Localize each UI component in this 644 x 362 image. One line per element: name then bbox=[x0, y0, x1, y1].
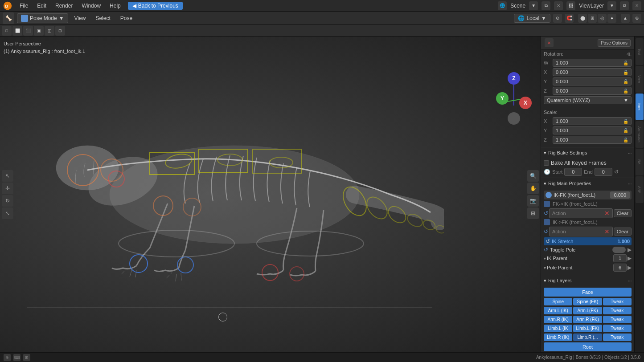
bake-refresh-icon[interactable]: ↺ bbox=[614, 169, 619, 175]
hand-tool-btn[interactable]: ✋ bbox=[527, 183, 539, 194]
select-tool-btn[interactable]: ↖ bbox=[2, 170, 13, 182]
scale-y-lock-icon[interactable]: 🔓 bbox=[623, 128, 628, 133]
arm-l-ik-button[interactable]: Arm.L (IK) bbox=[544, 307, 572, 314]
rot-z-lock-icon[interactable]: 🔓 bbox=[623, 89, 628, 94]
transform-selector[interactable]: 🌐 Local ▼ bbox=[514, 14, 550, 23]
select-menu[interactable]: Select bbox=[92, 14, 114, 22]
ik-fk2-clear-button[interactable]: Clear bbox=[614, 228, 632, 236]
rot-x-field[interactable]: 0.000 🔓 bbox=[553, 68, 632, 76]
gizmo-persp[interactable] bbox=[508, 112, 520, 125]
gizmo-y-axis[interactable]: Y bbox=[496, 92, 509, 105]
rotation-type-select[interactable]: Quaternion (WXYZ) ▼ bbox=[544, 96, 632, 104]
rot-y-lock-icon[interactable]: 🔓 bbox=[623, 79, 628, 84]
bake-all-checkbox[interactable] bbox=[544, 160, 549, 166]
rig-main-options-icon[interactable]: ··· bbox=[628, 180, 632, 187]
tab-animation[interactable]: Animation bbox=[636, 121, 644, 148]
pivot-btn[interactable]: ⊙ bbox=[553, 14, 562, 23]
tab-arp[interactable]: ARP bbox=[636, 176, 644, 203]
scene-copy-icon[interactable]: ⧉ bbox=[541, 1, 550, 10]
view-menu[interactable]: View bbox=[71, 14, 90, 22]
tab-ra[interactable]: RA bbox=[636, 149, 644, 175]
scene-arrow-icon[interactable]: ▼ bbox=[529, 1, 538, 10]
rot-w-field[interactable]: 1.000 🔓 bbox=[553, 59, 632, 67]
shading-rendered-btn[interactable]: ◎ bbox=[598, 14, 607, 23]
rig-main-section-header[interactable]: ▾ Rig Main Properties ··· bbox=[541, 178, 634, 189]
arm-r-fk-button[interactable]: Arm.R (FK) bbox=[573, 316, 602, 323]
menu-edit[interactable]: Edit bbox=[33, 2, 50, 10]
fk-ik-clear-x-icon[interactable]: ✕ bbox=[604, 210, 610, 217]
rig-bake-section-header[interactable]: ▾ Rig Bake Settings ··· bbox=[541, 147, 634, 158]
rot-y-field[interactable]: 0.000 🔓 bbox=[553, 77, 632, 85]
shading-eevee-btn[interactable]: ● bbox=[607, 14, 616, 23]
viewlayer-icon[interactable]: 🖼 bbox=[566, 1, 575, 10]
menu-window[interactable]: Window bbox=[78, 2, 104, 10]
pole-parent-icon[interactable]: ▶ bbox=[628, 264, 632, 271]
rotate-tool-btn[interactable]: ↻ bbox=[2, 195, 13, 207]
ik-stretch-value[interactable]: 1.000 bbox=[617, 239, 630, 244]
spine-layer-button[interactable]: Spine bbox=[544, 298, 572, 305]
viewport-gizmo[interactable]: Z Y X bbox=[496, 72, 532, 143]
viewport-overlay-btn[interactable]: ▲ bbox=[621, 14, 630, 23]
ik-fk2-action-field[interactable]: Action ✕ bbox=[549, 227, 613, 236]
object-icon[interactable]: 🦴 bbox=[3, 12, 14, 24]
search-tool-btn[interactable]: 🔍 bbox=[527, 170, 539, 182]
select-box-icon[interactable]: □ bbox=[2, 26, 12, 36]
grid-tool-btn[interactable]: ⊞ bbox=[527, 207, 539, 219]
scale-z-field[interactable]: 1.000 🔓 bbox=[553, 136, 632, 144]
ik-fk-value[interactable]: 0.000 bbox=[610, 191, 630, 199]
back-to-previous-button[interactable]: ◀ Back to Previous bbox=[128, 2, 183, 10]
pose-options-button[interactable]: Pose Options bbox=[598, 39, 631, 47]
rot-w-lock-icon[interactable]: 🔓 bbox=[623, 61, 628, 65]
scene-x-icon[interactable]: ✕ bbox=[554, 1, 563, 10]
tweak2-layer-button[interactable]: Tweak bbox=[603, 307, 632, 314]
ik-parent-icon[interactable]: ▶ bbox=[628, 255, 632, 261]
menu-help[interactable]: Help bbox=[106, 2, 124, 10]
toolbar-icon3[interactable]: ⬛ bbox=[23, 26, 33, 36]
scale-x-lock-icon[interactable]: 🔓 bbox=[623, 119, 628, 124]
rig-layers-options-icon[interactable]: ··· bbox=[628, 277, 632, 284]
tab-item[interactable]: Item bbox=[636, 94, 644, 120]
toolbar-icon4[interactable]: ▣ bbox=[34, 26, 44, 36]
gizmo-x-axis[interactable]: X bbox=[519, 97, 532, 109]
root-layer-button[interactable]: Root bbox=[544, 342, 632, 351]
rot-z-field[interactable]: 0.000 🔓 bbox=[553, 87, 632, 95]
arm-r-ik-button[interactable]: Arm.R (IK) bbox=[544, 316, 572, 323]
scale-z-lock-icon[interactable]: 🔓 bbox=[623, 138, 628, 142]
end-field[interactable]: 0 bbox=[595, 168, 612, 176]
move-tool-btn[interactable]: ✛ bbox=[2, 183, 13, 194]
shading-wire-btn[interactable]: ⊞ bbox=[588, 14, 597, 23]
scale-x-field[interactable]: 1.000 🔓 bbox=[553, 117, 632, 125]
panel-close-icon[interactable]: ✕ bbox=[545, 38, 554, 47]
tweak3-layer-button[interactable]: Tweak bbox=[603, 316, 632, 323]
tab-tool[interactable]: Tool bbox=[636, 38, 644, 65]
rig-bake-options-icon[interactable]: ··· bbox=[628, 149, 632, 156]
rig-layers-section-header[interactable]: ▾ Rig Layers ··· bbox=[541, 275, 634, 286]
toolbar-icon5[interactable]: ◫ bbox=[45, 26, 54, 36]
ik-fk2-clear-x-icon[interactable]: ✕ bbox=[604, 228, 610, 235]
arm-l-fk-button[interactable]: Arm.L(FK) bbox=[573, 307, 602, 314]
menu-file[interactable]: File bbox=[16, 2, 32, 10]
spine-fk-layer-button[interactable]: Spine (FK) bbox=[573, 298, 602, 305]
fk-ik-action-field[interactable]: Action ✕ bbox=[549, 208, 613, 218]
limb-r-fk-button[interactable]: Limb.R (... bbox=[573, 334, 602, 341]
scene-icon[interactable]: 🌐 bbox=[498, 1, 507, 10]
start-field[interactable]: 0 bbox=[564, 168, 582, 176]
snapping-btn[interactable]: 🧲 bbox=[565, 14, 574, 23]
gizmo-btn[interactable]: ⊕ bbox=[632, 14, 641, 23]
shading-solid-btn[interactable]: ⬤ bbox=[578, 14, 587, 23]
rot-x-lock-icon[interactable]: 🔓 bbox=[623, 70, 628, 75]
camera-tool-btn[interactable]: 📷 bbox=[527, 195, 539, 207]
viewport[interactable]: User Perspective (1) Ankylosaurus_Rig : … bbox=[0, 37, 541, 352]
fk-ik-clear-button[interactable]: Clear bbox=[614, 209, 632, 217]
limb-r-ik-button[interactable]: Limb.R (IK) bbox=[544, 334, 572, 341]
menu-render[interactable]: Render bbox=[52, 2, 76, 10]
viewlayer-x-icon[interactable]: ✕ bbox=[632, 1, 641, 10]
face-layer-button[interactable]: Face bbox=[544, 288, 632, 297]
toolbar-icon6[interactable]: ⊡ bbox=[55, 26, 65, 36]
tweak4-layer-button[interactable]: Tweak bbox=[603, 325, 632, 332]
viewlayer-arrow-icon[interactable]: ▼ bbox=[607, 1, 616, 10]
toggle-pole-arrow-icon[interactable]: ▶ bbox=[628, 247, 632, 253]
limb-l-fk-button[interactable]: Limb.L (FK) bbox=[573, 325, 602, 332]
toggle-pole-switch[interactable] bbox=[612, 247, 626, 253]
limb-l-ik-button[interactable]: Limb.L (IK bbox=[544, 325, 572, 332]
